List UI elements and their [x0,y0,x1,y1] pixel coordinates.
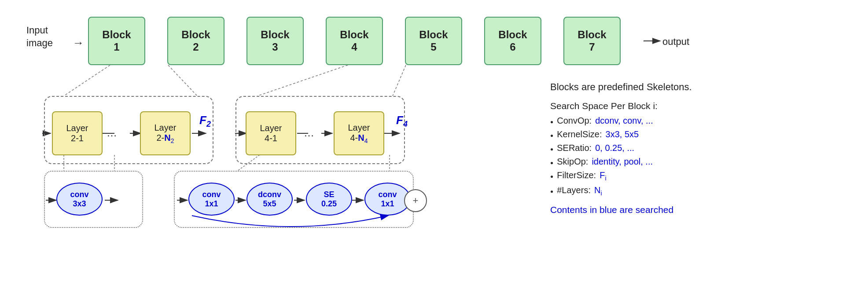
skipop-values: identity, pool, ... [592,157,653,167]
layers-values: Ni [594,185,602,197]
block-6-number: 6 [510,41,515,53]
block-5-label: Block [419,29,448,41]
block-5: Block 5 [405,17,462,65]
block-7: Block 7 [563,17,621,65]
block-4-label: Block [340,29,368,41]
convop-item: ConvOp: dconv, conv, ... [550,116,850,126]
search-space-list: ConvOp: dconv, conv, ... KernelSize: 3x3… [550,116,850,197]
svg-line-11 [168,65,197,96]
block-3-label: Block [261,29,289,41]
block-3: Block 3 [246,17,304,65]
block-2-number: 2 [193,41,199,53]
f2-label: F2 [199,114,211,129]
block-4: Block 4 [326,17,383,65]
block-1: Block 1 [88,17,145,65]
plus-circle: + [404,189,427,212]
seratio-label: SERatio: [557,143,592,153]
conv-1x1-first-oval: conv 1x1 [188,183,235,216]
layer-2-n2: Layer 2-N2 [140,111,191,155]
filtersize-item: FilterSize: Fi [550,170,850,182]
kernelsize-label: KernelSize: [557,129,602,139]
layers-label: #Layers: [557,185,591,195]
block-7-label: Block [577,29,606,41]
kernelsize-item: KernelSize: 3x3, 5x5 [550,129,850,139]
svg-line-10 [64,65,110,96]
layer-4-1: Layer 4-1 [246,111,296,155]
convop-label: ConvOp: [557,116,592,126]
block-3-number: 3 [272,41,278,53]
block-1-number: 1 [114,41,119,53]
svg-line-12 [257,65,348,96]
layers-item: #Layers: Ni [550,185,850,197]
block-7-number: 7 [589,41,595,53]
block-2: Block 2 [167,17,224,65]
input-arrow: → [73,36,84,50]
seratio-values: 0, 0.25, ... [595,143,634,153]
svg-line-13 [393,65,406,96]
filtersize-label: FilterSize: [557,170,596,180]
input-label: Inputimage [26,24,53,49]
filtersize-values: Fi [600,170,606,182]
se-025-oval: SE 0.25 [306,183,352,216]
skipop-item: SkipOp: identity, pool, ... [550,157,850,167]
right-panel: Blocks are predefined Skeletons. Search … [550,81,850,215]
blue-contents-note: Contents in blue are searched [550,205,850,215]
block-2-label: Block [181,29,210,41]
block-5-number: 5 [430,41,436,53]
block-6-label: Block [498,29,527,41]
blocks-description: Blocks are predefined Skeletons. [550,81,850,93]
f4-label: F4 [396,114,408,129]
kernelsize-values: 3x3, 5x5 [606,129,639,139]
skipop-label: SkipOp: [557,157,588,167]
output-label: output [662,36,689,48]
convop-values: dconv, conv, ... [595,116,653,126]
conv-3x3-oval: conv 3x3 [56,183,103,216]
seratio-item: SERatio: 0, 0.25, ... [550,143,850,153]
layer-4-n4: Layer 4-N4 [334,111,384,155]
layer-2-1: Layer 2-1 [52,111,103,155]
dconv-5x5-oval: dconv 5x5 [246,183,293,216]
block-6: Block 6 [484,17,541,65]
block-1-label: Block [102,29,131,41]
search-space-title: Search Space Per Block i: [550,101,850,111]
block-4-number: 4 [351,41,357,53]
